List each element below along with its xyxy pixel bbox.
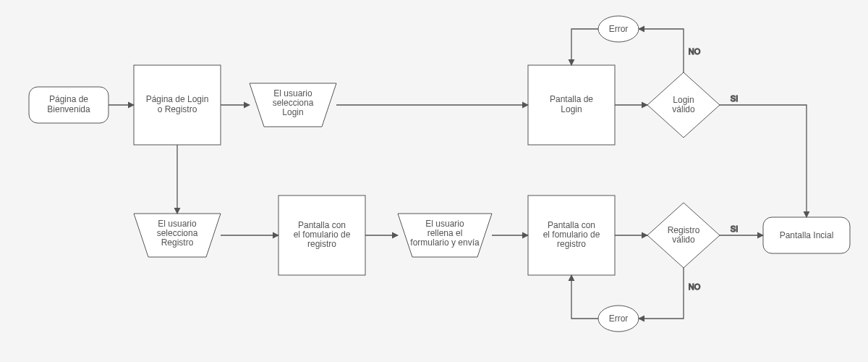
node-login-valid-label: Loginválido (672, 95, 695, 114)
node-welcome-label: Página deBienvenida (47, 94, 90, 114)
node-register-error-label: Error (609, 313, 629, 324)
edge-loginvalid-si-to-initial (720, 105, 807, 217)
edge-label-login-no: NO (689, 47, 701, 56)
node-login-error-label: Error (609, 24, 629, 34)
edge-label-reg-no: NO (689, 282, 701, 291)
edge-label-reg-si: SI (731, 224, 738, 233)
edge-regerror-to-regform2 (571, 275, 598, 319)
node-select-register-label: El usuarioseleccionaRegistro (157, 219, 198, 248)
edge-loginerror-to-loginscreen (571, 29, 598, 65)
edge-label-login-si: SI (731, 94, 738, 103)
edge-regvalid-no-to-error (639, 268, 684, 319)
node-initial-screen-label: Pantalla Incial (780, 230, 834, 240)
edge-loginvalid-no-to-error (639, 29, 684, 72)
